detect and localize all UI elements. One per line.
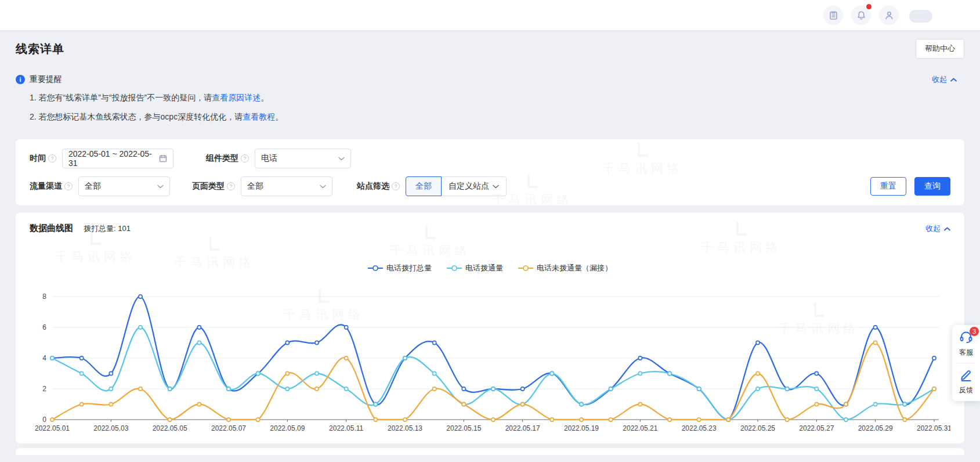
component-type-label-text: 组件类型 xyxy=(206,153,238,164)
svg-text:0: 0 xyxy=(42,416,46,424)
svg-text:2022.05.13: 2022.05.13 xyxy=(388,424,422,432)
reset-button[interactable]: 重置 xyxy=(870,177,906,196)
legend-marker-icon xyxy=(368,265,383,272)
page-type-label: 页面类型 ? xyxy=(192,181,235,192)
page-header: 线索详单 帮助中心 xyxy=(0,30,980,67)
legend-marker-icon xyxy=(447,265,462,272)
legend-marker-icon xyxy=(518,265,533,272)
notice-collapse-button[interactable]: 收起 xyxy=(932,74,957,85)
user-icon[interactable] xyxy=(879,5,899,25)
svg-text:2022.05.23: 2022.05.23 xyxy=(682,424,717,432)
topbar xyxy=(0,0,980,30)
chart-title: 数据曲线图 xyxy=(30,223,73,234)
date-range-value: 2022-05-01 ~ 2022-05-31 xyxy=(68,149,159,168)
traffic-channel-label-text: 流量渠道 xyxy=(30,181,62,192)
info-icon: i xyxy=(16,75,25,84)
pencil-icon xyxy=(960,369,972,381)
legend-label: 电话未拨通量（漏接） xyxy=(537,263,612,273)
feedback-label: 反馈 xyxy=(952,385,980,395)
svg-text:2022.05.11: 2022.05.11 xyxy=(329,424,363,432)
svg-text:8: 8 xyxy=(42,293,46,301)
notice-item-1-text: 1. 若您有“线索详单”与“投放报告”不一致的疑问，请 xyxy=(30,93,212,102)
svg-text:2022.05.09: 2022.05.09 xyxy=(270,424,305,432)
question-icon[interactable]: ? xyxy=(392,182,400,190)
time-filter-label: 时间 ? xyxy=(30,153,56,164)
svg-text:2022.05.19: 2022.05.19 xyxy=(564,424,599,432)
notification-red-dot xyxy=(866,4,871,9)
svg-text:2022.05.01: 2022.05.01 xyxy=(35,424,70,432)
feedback-button[interactable]: 反馈 xyxy=(952,369,980,395)
legend-label: 电话拨打总量 xyxy=(386,263,432,273)
chevron-down-icon xyxy=(157,185,164,189)
legend-item[interactable]: 电话未拨通量（漏接） xyxy=(518,263,612,273)
question-icon[interactable]: ? xyxy=(241,154,249,163)
chart-collapse-label: 收起 xyxy=(925,223,941,234)
floating-widget: 3 客服 反馈 xyxy=(952,325,980,401)
notice-item-1: 1. 若您有“线索详单”与“投放报告”不一致的疑问，请查看原因详述。 xyxy=(30,88,957,107)
traffic-channel-select[interactable]: 全部 xyxy=(78,176,170,196)
page-title: 线索详单 xyxy=(16,41,64,57)
chevron-down-icon xyxy=(320,185,326,189)
chevron-up-icon xyxy=(950,78,957,82)
svg-text:2022.05.15: 2022.05.15 xyxy=(446,424,481,432)
notice-title: 重要提醒 xyxy=(30,74,62,85)
svg-text:2022.05.03: 2022.05.03 xyxy=(93,424,128,432)
chart-collapse-button[interactable]: 收起 xyxy=(925,223,950,234)
component-type-label: 组件类型 ? xyxy=(206,153,249,164)
svg-text:2022.05.25: 2022.05.25 xyxy=(740,424,775,432)
notice-item-2-period: 。 xyxy=(275,112,283,121)
notice-item-1-link[interactable]: 查看原因详述 xyxy=(212,93,261,102)
question-icon[interactable]: ? xyxy=(64,182,73,190)
page-type-value: 全部 xyxy=(247,181,320,192)
svg-text:2022.05.29: 2022.05.29 xyxy=(858,424,893,432)
site-filter-custom-button[interactable]: 自定义站点 xyxy=(442,176,507,196)
svg-text:2022.05.31: 2022.05.31 xyxy=(917,424,950,432)
filter-panel: 时间 ? 2022-05-01 ~ 2022-05-31 组件类型 ? 电话 流… xyxy=(16,139,964,205)
svg-text:2022.05.07: 2022.05.07 xyxy=(211,424,246,432)
chart-legend: 电话拨打总量电话拨通量电话未拨通量（漏接） xyxy=(30,263,950,273)
chevron-up-icon xyxy=(944,227,950,231)
date-range-input[interactable]: 2022-05-01 ~ 2022-05-31 xyxy=(62,149,173,168)
bell-icon[interactable] xyxy=(851,5,871,25)
notice-item-1-period: 。 xyxy=(261,93,269,102)
avatar[interactable] xyxy=(909,10,932,23)
next-section-card xyxy=(16,448,964,455)
question-icon[interactable]: ? xyxy=(48,154,56,163)
site-filter-custom-label: 自定义站点 xyxy=(449,181,489,192)
chevron-down-icon xyxy=(338,157,345,161)
component-type-select[interactable]: 电话 xyxy=(255,149,351,168)
page-type-select[interactable]: 全部 xyxy=(241,176,332,196)
svg-text:4: 4 xyxy=(42,354,46,362)
chart-total-calls: 拨打总量: 101 xyxy=(84,223,131,234)
help-center-button[interactable]: 帮助中心 xyxy=(916,39,964,59)
question-icon[interactable]: ? xyxy=(227,182,235,190)
calendar-icon xyxy=(159,154,167,163)
site-filter-label: 站点筛选 ? xyxy=(357,181,400,192)
traffic-channel-value: 全部 xyxy=(85,181,157,192)
line-chart[interactable]: 024682022.05.012022.05.032022.05.052022.… xyxy=(30,280,950,441)
svg-text:6: 6 xyxy=(42,323,46,331)
legend-label: 电话拨通量 xyxy=(465,263,503,273)
legend-item[interactable]: 电话拨通量 xyxy=(447,263,503,273)
legend-item[interactable]: 电话拨打总量 xyxy=(368,263,432,273)
chart-panel: 数据曲线图 拨打总量: 101 收起 电话拨打总量电话拨通量电话未拨通量（漏接）… xyxy=(16,212,964,443)
svg-text:2022.05.05: 2022.05.05 xyxy=(153,424,187,432)
notice-panel: i 重要提醒 收起 1. 若您有“线索详单”与“投放报告”不一致的疑问，请查看原… xyxy=(0,67,980,130)
customer-service-button[interactable]: 3 客服 xyxy=(952,331,980,358)
customer-service-badge: 3 xyxy=(970,327,979,336)
page-type-label-text: 页面类型 xyxy=(192,181,225,192)
customer-service-label: 客服 xyxy=(952,348,980,358)
notice-collapse-label: 收起 xyxy=(932,74,947,85)
svg-text:2022.05.21: 2022.05.21 xyxy=(623,424,657,432)
svg-text:2022.05.27: 2022.05.27 xyxy=(799,424,834,432)
traffic-channel-label: 流量渠道 ? xyxy=(30,181,73,192)
site-filter-all-button[interactable]: 全部 xyxy=(406,176,442,196)
svg-text:2022.05.17: 2022.05.17 xyxy=(505,424,540,432)
query-button[interactable]: 查询 xyxy=(914,177,950,196)
notice-item-2-link[interactable]: 查看教程 xyxy=(243,112,275,121)
widget-divider xyxy=(957,363,975,363)
clipboard-icon[interactable] xyxy=(823,5,843,25)
svg-text:2: 2 xyxy=(42,385,46,393)
time-filter-label-text: 时间 xyxy=(30,153,46,164)
notice-item-2: 2. 若您想标记基木鱼线索状态，参与ocpc深度转化优化，请查看教程。 xyxy=(30,107,957,127)
